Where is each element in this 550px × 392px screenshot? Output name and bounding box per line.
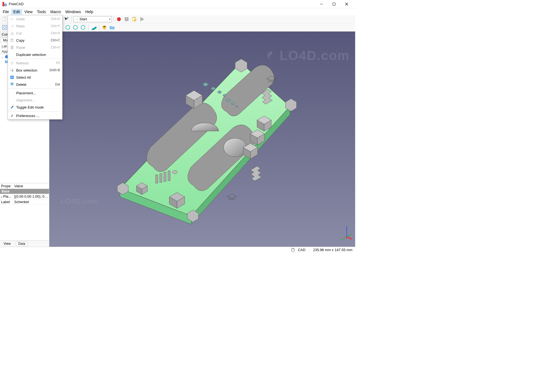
expand-icon[interactable]: ⌄ (1, 55, 4, 58)
edit-menu-duplicate-selection[interactable]: Duplicate selection (8, 51, 62, 58)
edit-menu-box-selection[interactable]: Box selectionShift+B (8, 67, 62, 74)
menu-edit[interactable]: Edit (11, 9, 22, 15)
delete-icon (9, 83, 15, 86)
measure-button[interactable] (90, 24, 97, 31)
whats-this-button[interactable]: ? (63, 16, 70, 23)
workbench-selector[interactable]: Start ▾ (73, 16, 112, 22)
chevron-down-icon: ▾ (109, 18, 110, 21)
svg-point-40 (12, 33, 13, 35)
property-name: Label (0, 199, 13, 204)
view-rear-button[interactable] (64, 24, 71, 31)
cursor-coordinates: 235.96 mm x 147.55 mm (313, 248, 352, 252)
group-button[interactable] (109, 24, 116, 31)
workbench-selector-value: Start (79, 17, 87, 21)
svg-point-27 (172, 171, 177, 174)
3d-viewport[interactable]: LO4D.com LO4D.com (49, 32, 355, 247)
svg-rect-42 (11, 39, 13, 42)
edit-menu-select-all[interactable]: Select All (8, 74, 62, 81)
svg-rect-20 (92, 27, 96, 30)
copy-icon (9, 38, 15, 42)
svg-point-39 (11, 33, 12, 35)
menu-item-label: Duplicate selection (15, 53, 60, 57)
menu-item-shortcut: Ctrl+Z (51, 17, 60, 21)
property-panel: Prope Value Base ▸ Pla...[(0.00 0.00 1.0… (0, 183, 49, 247)
menu-item-label: Preferences ... (15, 114, 60, 118)
edit-menu-paste: PasteCtrl+V (8, 44, 62, 51)
svg-rect-43 (11, 46, 13, 49)
property-value[interactable]: [(0.00 0.00 1.00); 0.0... (13, 194, 49, 199)
edit-menu-redo: RedoCtrl+Y (8, 22, 62, 30)
redo-icon (9, 24, 15, 28)
watermark-small: LO4D.com (60, 197, 99, 206)
property-row[interactable]: LabelSchenkel (0, 199, 49, 205)
view-left-button[interactable] (79, 24, 87, 31)
window-maximize-button[interactable] (328, 0, 340, 8)
macro-edit-button[interactable] (131, 16, 138, 23)
svg-rect-26 (168, 171, 170, 181)
menu-help[interactable]: Help (83, 9, 95, 15)
axes-gizmo: xyz (341, 228, 352, 238)
menu-tools[interactable]: Tools (35, 9, 48, 15)
view-bottom-button[interactable] (72, 24, 79, 31)
svg-rect-44 (12, 46, 13, 46)
menu-item-label: Undo (15, 17, 51, 21)
macro-stop-button[interactable] (123, 16, 130, 23)
svg-point-30 (236, 106, 238, 107)
menu-item-label: Delete (15, 83, 55, 87)
macro-record-button[interactable] (115, 16, 122, 23)
menu-item-shortcut: Ctrl+C (51, 38, 60, 42)
macro-run-button[interactable] (138, 16, 146, 23)
property-name: ▸ Pla... (0, 194, 13, 199)
property-value[interactable]: Schenkel (13, 199, 49, 204)
app-title: FreeCAD (9, 2, 24, 6)
edit-menu-preferences-[interactable]: Preferences ... (8, 112, 62, 119)
menu-item-shortcut: F5 (56, 61, 60, 65)
select-all-icon (9, 75, 15, 79)
part-button[interactable] (101, 24, 108, 31)
menubar: FileEditViewToolsMacroWindowsHelp (0, 8, 355, 15)
edit-menu-cut: CutCtrl+X (8, 30, 62, 37)
menu-item-label: Copy (15, 38, 51, 42)
app-icon (2, 2, 7, 7)
svg-rect-25 (164, 172, 166, 181)
property-header: Prope Value (0, 183, 49, 189)
menu-view[interactable]: View (22, 9, 35, 15)
titlebar: FreeCAD (0, 0, 355, 8)
svg-point-16 (4, 26, 6, 29)
property-group-base: Base (0, 189, 49, 194)
new-file-button[interactable] (1, 16, 8, 23)
property-row[interactable]: ▸ Pla...[(0.00 0.00 1.00); 0.0... (0, 194, 49, 199)
menu-file[interactable]: File (1, 9, 11, 15)
menu-item-label: Paste (15, 46, 51, 50)
menu-item-shortcut: Del (55, 83, 60, 86)
menu-macro[interactable]: Macro (48, 9, 63, 15)
menu-item-label: Select All (15, 75, 60, 79)
tab-data[interactable]: Data (16, 241, 28, 246)
refresh-icon (9, 61, 15, 65)
edit-menu-dropdown: UndoCtrl+ZRedoCtrl+YCutCtrl+XCopyCtrl+CP… (8, 15, 62, 120)
fit-all-button[interactable] (1, 24, 8, 31)
paste-icon (9, 46, 15, 49)
svg-point-11 (117, 17, 121, 21)
svg-text:?: ? (67, 17, 69, 20)
edit-menu-copy[interactable]: CopyCtrl+C (8, 37, 62, 44)
box-select-icon (9, 68, 15, 72)
svg-rect-4 (333, 3, 335, 5)
menu-item-label: Toggle Edit mode (15, 105, 60, 109)
menu-windows[interactable]: Windows (63, 9, 83, 15)
svg-point-29 (231, 103, 235, 105)
wrench-icon (9, 114, 15, 118)
statusbar-separator: · (309, 248, 310, 252)
svg-rect-14 (132, 17, 136, 18)
edit-menu-placement-[interactable]: Placement... (8, 89, 62, 96)
svg-rect-15 (2, 25, 7, 30)
nav-mode[interactable]: CAD (298, 248, 305, 252)
mouse-icon (291, 248, 295, 252)
window-close-button[interactable] (340, 0, 353, 8)
tab-view[interactable]: View (1, 241, 13, 246)
edit-menu-undo: UndoCtrl+Z (8, 15, 62, 22)
edit-menu-toggle-edit-mode[interactable]: Toggle Edit mode (8, 104, 62, 111)
edit-menu-delete[interactable]: DeleteDel (8, 81, 62, 88)
pencil-icon (9, 105, 15, 109)
window-minimize-button[interactable] (315, 0, 328, 8)
